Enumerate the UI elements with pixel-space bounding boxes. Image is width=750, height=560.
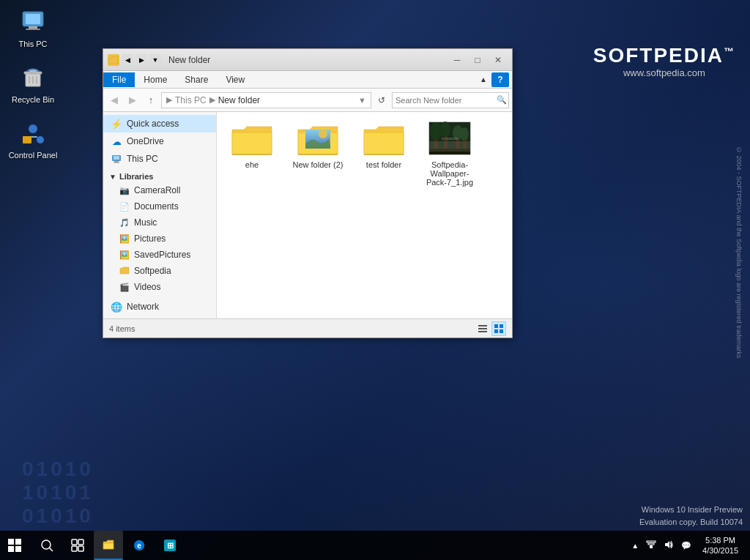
taskbar-tray: ▲ 💬 5:38 PM 4/30/2015	[629, 535, 750, 556]
softpedia-side-text: © 2004 - SOFTPEDIA and the Softpedia log…	[735, 146, 743, 358]
refresh-button[interactable]: ↺	[374, 92, 390, 108]
svg-rect-11	[23, 136, 31, 143]
window-controls: ─ □ ✕	[448, 53, 508, 67]
svg-rect-35	[478, 328, 487, 329]
tab-file[interactable]: File	[103, 72, 135, 87]
new-folder-2-icon	[296, 121, 340, 159]
softpedia-folder-icon	[119, 266, 130, 277]
desktop: 010101010101010 SOFTPEDIA™ www.softpedia…	[0, 0, 750, 560]
svg-point-20	[319, 130, 327, 138]
sidebar-item-camera-roll[interactable]: 📷 CameraRoll	[103, 182, 216, 198]
this-pc-label: This PC	[18, 40, 47, 48]
tray-arrow[interactable]: ▲	[629, 542, 641, 550]
help-button[interactable]: ?	[491, 72, 509, 87]
ribbon-expand[interactable]: ▲	[475, 73, 491, 86]
svg-rect-40	[500, 329, 503, 333]
svg-point-26	[440, 122, 450, 138]
svg-rect-37	[494, 324, 498, 328]
explorer-main: ⚡ Quick access ☁ OneDrive	[103, 112, 512, 318]
svg-point-12	[37, 136, 44, 143]
forward-button[interactable]: ▶	[125, 92, 141, 108]
sidebar-item-network[interactable]: 🌐 Network	[103, 298, 216, 316]
up-button[interactable]: ↑	[143, 92, 159, 108]
grid-view-button[interactable]	[491, 321, 506, 336]
sidebar-item-this-pc[interactable]: This PC	[103, 150, 216, 168]
watermark-line1: Windows 10 Insider Preview	[639, 504, 743, 516]
svg-rect-32	[429, 141, 470, 152]
svg-rect-57	[647, 541, 656, 542]
back-button[interactable]: ◀	[106, 92, 122, 108]
sidebar-item-documents[interactable]: 📄 Documents	[103, 198, 216, 214]
tray-notifications[interactable]: 💬	[679, 541, 694, 550]
saved-pictures-icon: 🖼️	[119, 250, 130, 260]
svg-rect-49	[72, 546, 77, 551]
taskbar-icons: e ⊞	[32, 531, 185, 560]
sidebar-item-music[interactable]: 🎵 Music	[103, 214, 216, 231]
sidebar-item-quick-access[interactable]: ⚡ Quick access	[103, 115, 216, 132]
file-item-ehe[interactable]: ehe	[223, 118, 281, 190]
file-item-new-folder-2[interactable]: New folder (2)	[289, 118, 347, 190]
softpedia-title: SOFTPEDIA™	[593, 44, 735, 67]
search-input[interactable]	[396, 96, 497, 105]
this-pc-icon	[18, 7, 48, 37]
file-area: ehe	[217, 112, 512, 318]
start-button[interactable]	[0, 531, 29, 560]
ehe-folder-icon	[230, 121, 274, 159]
taskbar-clock[interactable]: 5:38 PM 4/30/2015	[697, 535, 744, 556]
address-bar: ◀ ▶ ↑ ▶ This PC ▶ New folder ▼ ↺ 🔍	[103, 89, 512, 112]
list-view-button[interactable]	[475, 321, 490, 336]
test-folder-icon	[362, 121, 406, 159]
svg-rect-38	[500, 324, 503, 328]
tray-network[interactable]	[644, 540, 658, 552]
svg-marker-58	[665, 541, 669, 548]
quick-access-label: Quick access	[127, 119, 179, 129]
documents-label: Documents	[134, 201, 179, 212]
close-button[interactable]: ✕	[489, 53, 508, 67]
desktop-icon-recycle-bin[interactable]: Recycle Bin	[7, 63, 59, 104]
status-text: 4 items	[109, 324, 135, 333]
taskbar-search[interactable]	[32, 531, 62, 560]
onedrive-icon: ☁	[111, 135, 122, 147]
svg-rect-34	[478, 325, 487, 326]
svg-rect-48	[78, 540, 83, 545]
svg-rect-13	[31, 136, 37, 138]
taskbar-edge[interactable]: e	[125, 531, 154, 560]
desktop-icon-this-pc[interactable]: This PC	[7, 7, 59, 48]
sidebar-item-softpedia[interactable]: Softpedia	[103, 263, 216, 279]
test-folder-name: test folder	[366, 160, 401, 169]
sidebar-item-pictures[interactable]: 🖼️ Pictures	[103, 231, 216, 247]
desktop-icon-control-panel[interactable]: Control Panel	[7, 119, 59, 160]
svg-rect-44	[15, 546, 21, 552]
binary-decoration: 010101010101010	[22, 458, 94, 528]
svg-rect-42	[15, 539, 21, 545]
tab-home[interactable]: Home	[135, 72, 176, 87]
search-icon[interactable]: 🔍	[497, 95, 507, 105]
tray-volume[interactable]	[661, 540, 676, 552]
this-pc-sidebar-icon	[111, 153, 122, 165]
ribbon-bar: File Home Share View ▲ ?	[103, 71, 512, 89]
sidebar-item-onedrive[interactable]: ☁ OneDrive	[103, 132, 216, 150]
svg-text:⊞: ⊞	[167, 541, 174, 550]
wallpaper-icon: sotpedia	[428, 121, 472, 159]
address-path[interactable]: ▶ This PC ▶ New folder ▼	[161, 92, 371, 108]
svg-rect-16	[114, 161, 119, 163]
view-buttons	[475, 321, 506, 336]
music-label: Music	[134, 217, 157, 228]
sidebar: ⚡ Quick access ☁ OneDrive	[103, 112, 217, 318]
maximize-button[interactable]: □	[468, 53, 487, 67]
taskbar-store[interactable]: ⊞	[155, 531, 185, 560]
music-icon: 🎵	[119, 218, 130, 228]
file-item-test-folder[interactable]: test folder	[354, 118, 413, 190]
clock-time: 5:38 PM	[702, 535, 738, 545]
taskbar-task-view[interactable]	[63, 531, 92, 560]
sidebar-item-saved-pictures[interactable]: 🖼️ SavedPictures	[103, 247, 216, 263]
sidebar-item-videos[interactable]: 🎬 Videos	[103, 279, 216, 295]
file-item-wallpaper[interactable]: sotpedia Softpedia-Wallpaper-Pack-7_1.jp…	[420, 118, 479, 190]
tab-share[interactable]: Share	[176, 72, 217, 87]
taskbar-file-explorer[interactable]	[94, 531, 123, 560]
minimize-button[interactable]: ─	[448, 53, 467, 67]
tab-view[interactable]: View	[217, 72, 253, 87]
status-bar: 4 items	[103, 318, 512, 337]
svg-rect-47	[72, 540, 77, 545]
network-icon: 🌐	[111, 301, 122, 313]
